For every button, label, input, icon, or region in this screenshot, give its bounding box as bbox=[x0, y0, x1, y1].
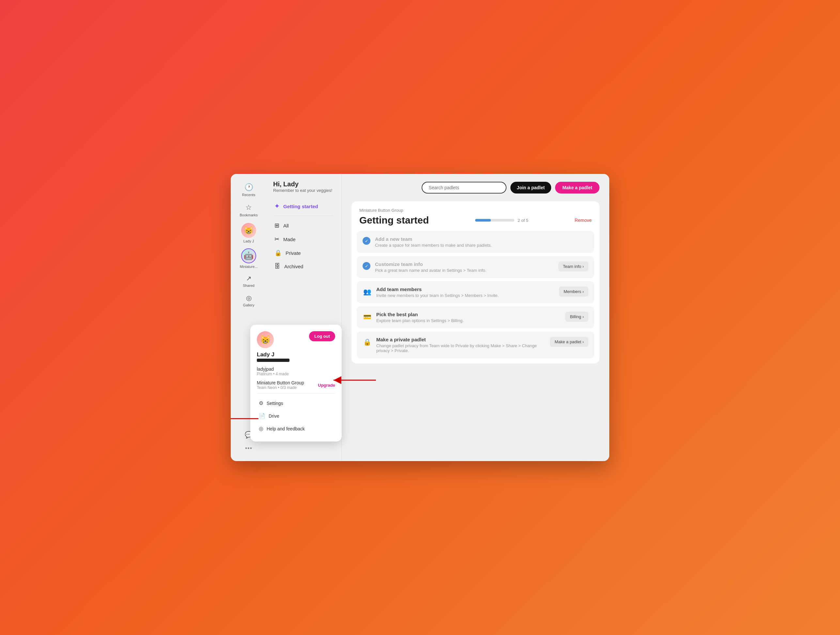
arrow-drive bbox=[231, 414, 260, 423]
popup-settings-item[interactable]: ⚙ Settings bbox=[257, 397, 335, 409]
all-icon: ⊞ bbox=[275, 222, 279, 229]
search-input[interactable] bbox=[422, 182, 507, 194]
sidebar-item-bookmarks[interactable]: ☆ Bookmarks bbox=[234, 201, 264, 220]
gs-item-sub-add-members: Invite new members to your team in Setti… bbox=[376, 293, 554, 298]
main-content: Join a padlet Make a padlet Miniature Bu… bbox=[342, 174, 609, 461]
popup-account-miniature-info: Miniature Button Group Team Neon • 0/3 m… bbox=[257, 380, 304, 390]
sidebar-item-miniature[interactable]: 🤖 Miniature... bbox=[234, 246, 264, 270]
header-right: Join a padlet Make a padlet bbox=[422, 182, 600, 194]
remove-button[interactable]: Remove bbox=[575, 218, 592, 223]
sidebar-divider-1 bbox=[275, 216, 333, 216]
gs-item-customize-team: ✓ Customize team info Pick a great team … bbox=[357, 256, 594, 278]
sidebar-item-getting-started[interactable]: ✦ Getting started bbox=[270, 199, 338, 213]
gs-item-title-add-team: Add a new team bbox=[375, 236, 588, 242]
popup-account-name-2: Miniature Button Group bbox=[257, 380, 304, 385]
gs-title-row: Getting started 2 of 5 Remove bbox=[359, 215, 592, 226]
getting-started-card: Miniature Button Group Getting started 2… bbox=[352, 201, 600, 363]
check-icon-add-team: ✓ bbox=[363, 237, 370, 245]
archived-icon: 🗄 bbox=[275, 263, 280, 270]
gs-item-text-add-members: Add team members Invite new members to y… bbox=[376, 286, 554, 298]
gs-item-text-best-plan: Pick the best plan Explore team plan opt… bbox=[376, 312, 561, 323]
popup-account-miniature-row: Miniature Button Group Team Neon • 0/3 m… bbox=[257, 380, 335, 390]
popup-header: 😸 Log out bbox=[257, 331, 335, 348]
sidebar-item-more[interactable]: ••• bbox=[234, 442, 264, 455]
gs-progress-text: 2 of 5 bbox=[518, 218, 528, 223]
bookmarks-icon: ☆ bbox=[245, 203, 252, 212]
gs-progress-bar bbox=[475, 219, 491, 221]
drive-label: Drive bbox=[268, 414, 279, 419]
archived-label: Archived bbox=[284, 264, 303, 269]
check-icon-customize-team: ✓ bbox=[363, 262, 370, 270]
help-icon: ◎ bbox=[259, 425, 264, 432]
gs-item-text-add-team: Add a new team Create a space for team m… bbox=[375, 236, 588, 248]
gs-progress-bar-bg bbox=[475, 219, 514, 221]
gs-item-icon-add-members: 👥 bbox=[363, 287, 372, 296]
arrow-settings bbox=[332, 375, 377, 385]
ladyj-label: Lady J bbox=[243, 239, 254, 243]
team-info-button[interactable]: Team info › bbox=[558, 261, 588, 272]
gs-item-sub-best-plan: Explore team plan options in Settings > … bbox=[376, 318, 561, 323]
logout-button[interactable]: Log out bbox=[309, 331, 335, 341]
private-icon: 🔒 bbox=[275, 249, 282, 256]
sidebar-nav: ✦ Getting started ⊞ All ✂ Made 🔒 Private… bbox=[267, 199, 341, 273]
popup-help-item[interactable]: ◎ Help and feedback bbox=[257, 422, 335, 435]
sidebar-item-ladyj[interactable]: 😸 Lady J bbox=[234, 221, 264, 245]
all-label: All bbox=[283, 223, 289, 228]
gs-item-title-add-members: Add team members bbox=[376, 286, 554, 292]
settings-icon: ⚙ bbox=[259, 400, 264, 406]
sidebar-header: Hi, Lady Remember to eat your veggies! bbox=[267, 180, 341, 199]
popup-name-bar bbox=[257, 359, 289, 362]
sidebar-item-all[interactable]: ⊞ All bbox=[270, 219, 338, 232]
members-button[interactable]: Members › bbox=[559, 286, 588, 297]
sidebar-item-recents[interactable]: 🕐 Recents bbox=[234, 180, 264, 199]
miniature-avatar: 🤖 bbox=[241, 248, 256, 263]
make-padlet-button[interactable]: Make a padlet bbox=[555, 182, 600, 194]
gs-item-action-customize-team: Team info › bbox=[558, 261, 588, 272]
popup-account-sub-1: Platinum • 4 made bbox=[257, 372, 335, 376]
gs-item-add-members: 👥 Add team members Invite new members to… bbox=[357, 281, 594, 303]
gs-progress-area: 2 of 5 bbox=[475, 218, 528, 223]
sidebar-item-private[interactable]: 🔒 Private bbox=[270, 246, 338, 260]
gs-breadcrumb: Miniature Button Group bbox=[359, 208, 592, 213]
gs-item-sub-customize-team: Pick a great team name and avatar in Set… bbox=[375, 268, 554, 273]
shared-label: Shared bbox=[243, 284, 254, 287]
gs-header: Miniature Button Group Getting started 2… bbox=[352, 201, 600, 231]
gs-item-action-private-padlet: Make a padlet › bbox=[550, 337, 588, 347]
sidebar-item-gallery[interactable]: ◎ Gallery bbox=[234, 291, 264, 310]
private-label: Private bbox=[286, 250, 301, 256]
recents-label: Recents bbox=[242, 193, 255, 197]
more-icon: ••• bbox=[245, 445, 252, 452]
sidebar-item-archived[interactable]: 🗄 Archived bbox=[270, 260, 338, 273]
popup-account-name-1: ladyjpad bbox=[257, 366, 335, 372]
gallery-icon: ◎ bbox=[246, 294, 252, 302]
billing-button[interactable]: Billing › bbox=[565, 312, 588, 322]
gs-item-best-plan: 💳 Pick the best plan Explore team plan o… bbox=[357, 306, 594, 328]
gs-item-action-best-plan: Billing › bbox=[565, 312, 588, 322]
gs-item-icon-private-padlet: 🔒 bbox=[363, 337, 372, 346]
make-padlet-button-2[interactable]: Make a padlet › bbox=[550, 337, 588, 347]
getting-started-label: Getting started bbox=[283, 204, 318, 209]
gs-item-sub-private-padlet: Change padlet privacy from Team wide to … bbox=[376, 343, 545, 353]
settings-label: Settings bbox=[267, 401, 283, 406]
made-icon: ✂ bbox=[275, 235, 279, 243]
help-label: Help and feedback bbox=[267, 426, 305, 431]
ladyj-avatar: 😸 bbox=[241, 223, 256, 238]
sidebar-item-shared[interactable]: ↗ Shared bbox=[234, 272, 264, 290]
popup-drive-item[interactable]: 📄 Drive bbox=[257, 409, 335, 422]
shared-icon: ↗ bbox=[246, 275, 252, 282]
add-members-icon: 👥 bbox=[363, 287, 372, 296]
account-popup: 😸 Log out Lady J ladyjpad Platinum • 4 m… bbox=[250, 325, 342, 441]
gallery-label: Gallery bbox=[243, 303, 254, 307]
greeting-sub: Remember to eat your veggies! bbox=[273, 188, 335, 193]
popup-account-ladyjpad: ladyjpad Platinum • 4 made bbox=[257, 366, 335, 376]
greeting-hi: Hi, Lady bbox=[273, 180, 335, 188]
popup-avatar: 😸 bbox=[257, 331, 274, 348]
gs-item-add-team: ✓ Add a new team Create a space for team… bbox=[357, 231, 594, 253]
sidebar-item-made[interactable]: ✂ Made bbox=[270, 232, 338, 246]
join-padlet-button[interactable]: Join a padlet bbox=[510, 182, 551, 194]
getting-started-icon: ✦ bbox=[275, 203, 279, 210]
main-header: Join a padlet Make a padlet bbox=[352, 182, 600, 194]
gs-item-icon-add-team: ✓ bbox=[363, 237, 370, 245]
gs-title: Getting started bbox=[359, 215, 429, 226]
miniature-label: Miniature... bbox=[240, 265, 257, 269]
